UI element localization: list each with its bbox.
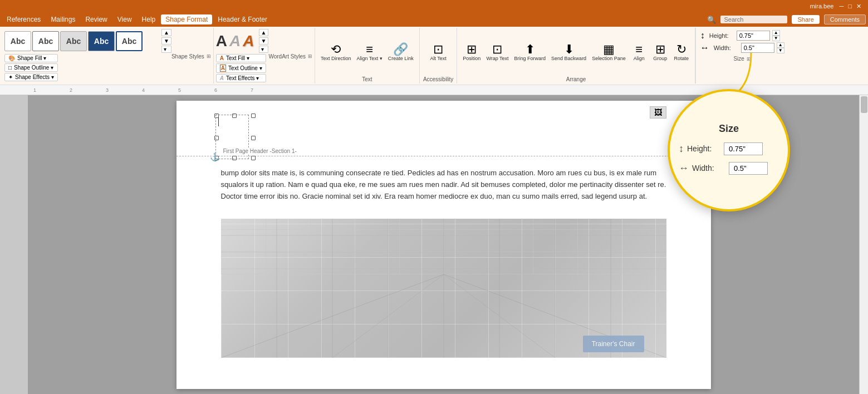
shape-style-2[interactable]: Abc	[32, 31, 59, 51]
shape-outline-btn[interactable]: □ Shape Outline ▾	[4, 63, 58, 72]
shape-style-3[interactable]: Abc	[60, 31, 87, 51]
zoom-height-label: Height:	[687, 144, 720, 153]
ruler-mark-3: 3	[106, 87, 109, 93]
handle-br[interactable]	[251, 156, 256, 160]
align-icon: ≡	[635, 43, 643, 56]
wordart-a-plain[interactable]: A	[216, 33, 227, 49]
send-backward-btn[interactable]: ⬇ Send Backward	[549, 42, 589, 62]
image-placeholder: 🖼	[650, 106, 666, 119]
arrange-group-label: Arrange	[460, 76, 691, 82]
bring-forward-btn[interactable]: ⬆ Bring Forward	[512, 42, 548, 62]
wordart-scroll-up[interactable]: ▲	[259, 29, 269, 36]
zoom-height-input[interactable]	[724, 142, 763, 155]
page-area[interactable]: ⚓ 🖼 First Page Header -Section 1- bump d…	[28, 95, 859, 394]
shape-fill-btn[interactable]: 🎨 Shape Fill ▾	[4, 54, 58, 62]
scrollbar-thumb[interactable]	[861, 96, 867, 113]
width-increment-btn[interactable]: ▲	[777, 42, 784, 48]
close-btn[interactable]: ✕	[856, 3, 861, 10]
height-decrement-btn[interactable]: ▼	[772, 36, 780, 41]
align-btn[interactable]: ≡ Align	[629, 42, 649, 62]
comments-button[interactable]: Comments	[824, 14, 866, 24]
shape-style-4[interactable]: Abc	[88, 31, 115, 51]
photo-area: Trainer's Chair	[221, 219, 666, 358]
zoom-width-input[interactable]	[729, 162, 768, 175]
zoom-size-label: Size	[719, 123, 739, 135]
shape-style-1[interactable]: Abc	[4, 31, 31, 51]
wordart-a-gray[interactable]: A	[229, 33, 241, 49]
ribbon-content: Abc Abc Abc Abc Abc ▲ ▼ ▾ 🎨 S	[0, 27, 868, 85]
ruler-mark-2: 2	[70, 87, 72, 93]
position-btn[interactable]: ⊞ Position	[460, 42, 483, 62]
menu-help[interactable]: Help	[138, 14, 160, 24]
text-group: ⟲ Text Direction ≡ Align Text ▾ 🔗 Create…	[315, 28, 420, 83]
group-btn[interactable]: ⊞ Group	[650, 42, 670, 62]
create-link-btn[interactable]: 🔗 Create Link	[386, 42, 416, 62]
shape-styles-expand-btn[interactable]: ⊞	[207, 53, 211, 59]
ruler-mark-7: 7	[251, 87, 253, 93]
text-direction-icon: ⟲	[331, 43, 341, 56]
shape-effects-btn[interactable]: ✦ Shape Effects ▾	[4, 73, 58, 81]
body-text: bump dolor sits mate is, is communing co…	[221, 168, 666, 202]
menu-view[interactable]: View	[113, 14, 136, 24]
minimize-btn[interactable]: ─	[840, 3, 844, 9]
menu-header-footer[interactable]: Header & Footer	[213, 14, 272, 24]
height-row: ↕ Height: ▲ ▼	[700, 30, 784, 41]
align-text-btn[interactable]: ≡ Align Text ▾	[354, 42, 384, 62]
rotate-btn[interactable]: ↻ Rotate	[671, 42, 692, 62]
menu-mailings[interactable]: Mailings	[46, 14, 80, 24]
selection-pane-btn[interactable]: ▦ Selection Pane	[590, 42, 628, 62]
wordart-expand-btn[interactable]: ⊞	[308, 53, 312, 59]
sidebar-right[interactable]	[859, 95, 868, 394]
height-icon: ↕	[700, 31, 705, 41]
wordart-a-orange[interactable]: A	[243, 33, 254, 49]
text-outline-btn[interactable]: A Text Outline ▾	[216, 63, 266, 73]
maximize-btn[interactable]: □	[848, 3, 852, 9]
menu-review[interactable]: Review	[81, 14, 111, 24]
text-direction-btn[interactable]: ⟲ Text Direction	[318, 42, 354, 62]
menu-bar-right: 🔍 Share Comments	[707, 14, 866, 24]
wordart-expand[interactable]: ▾	[259, 46, 269, 53]
zoom-height-row: ↕ Height:	[679, 142, 779, 155]
text-effects-btn[interactable]: A Text Effects ▾	[216, 74, 266, 82]
sidebar-left	[0, 95, 28, 394]
align-text-icon: ≡	[366, 43, 373, 56]
search-input[interactable]	[720, 16, 787, 23]
handle-mr[interactable]	[251, 136, 256, 140]
wordart-styles-label: WordArt Styles ⊞	[268, 30, 312, 82]
header-label: First Page Header -Section 1-	[221, 147, 299, 155]
height-input[interactable]	[737, 31, 770, 41]
arrange-group-btns: ⊞ Position ⊡ Wrap Text ⬆ Bring Forward ⬇…	[460, 29, 691, 75]
page-header: ⚓ 🖼 First Page Header -Section 1-	[176, 101, 711, 156]
ruler-mark-4: 4	[142, 87, 145, 93]
wrap-text-btn[interactable]: ⊡ Wrap Text	[484, 42, 511, 62]
menu-shape-format[interactable]: Shape Format	[161, 14, 212, 24]
share-button[interactable]: Share	[792, 15, 819, 24]
title-bar-username: mira.bee	[810, 3, 834, 9]
text-box-container[interactable]: ⚓	[210, 109, 260, 165]
arrange-group: ⊞ Position ⊡ Wrap Text ⬆ Bring Forward ⬇…	[457, 28, 695, 83]
alt-text-btn[interactable]: ⊡ Alt Text	[428, 42, 448, 62]
size-group-label: Size ⊞	[700, 56, 784, 62]
shape-styles-scroll-down[interactable]: ▼	[161, 37, 171, 45]
text-fill-btn[interactable]: A Text Fill ▾	[216, 54, 266, 62]
width-decrement-btn[interactable]: ▼	[777, 48, 784, 53]
height-increment-btn[interactable]: ▲	[772, 30, 780, 36]
width-input[interactable]	[741, 43, 774, 53]
size-expand-btn[interactable]: ⊞	[747, 56, 751, 62]
zoom-height-icon: ↕	[679, 143, 684, 155]
wordart-scroll-down[interactable]: ▼	[259, 37, 269, 45]
menu-references[interactable]: References	[2, 14, 45, 24]
handle-tr[interactable]	[251, 114, 256, 118]
zoom-width-icon: ↔	[679, 162, 689, 174]
send-backward-icon: ⬇	[564, 43, 574, 56]
shape-styles-expand[interactable]: ▾	[161, 46, 171, 53]
shape-styles-scroll-up[interactable]: ▲	[161, 29, 171, 36]
rotate-icon: ↻	[676, 43, 686, 56]
shape-style-5[interactable]: Abc	[116, 31, 143, 51]
create-link-icon: 🔗	[393, 43, 408, 56]
trainer-chair-box: Trainer's Chair	[583, 336, 644, 352]
height-label: Height:	[709, 32, 734, 39]
zoom-width-row: ↔ Width:	[679, 162, 779, 175]
shape-style-items: Abc Abc Abc Abc Abc	[4, 31, 160, 51]
wordart-styles-group: A A A ▲ ▼ ▾ A Text Fill ▾ A	[214, 28, 315, 83]
